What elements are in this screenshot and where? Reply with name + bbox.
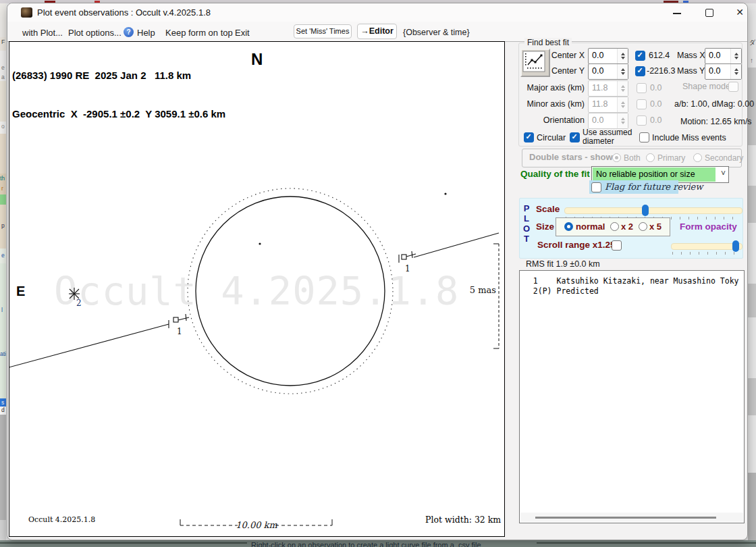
mass-x-value: 0.0 <box>709 51 720 60</box>
double-both-radio <box>612 153 621 162</box>
motion-label: Motion: 12.65 km/s <box>680 117 752 126</box>
help-glyph: ? <box>126 28 130 36</box>
size-x2-radio[interactable] <box>610 222 619 231</box>
plot-letter-o: O <box>523 224 530 234</box>
listbox-hscrollbar[interactable] <box>520 513 743 522</box>
edge-letter: ati <box>0 351 6 357</box>
size-x5-label: x 5 <box>649 222 662 232</box>
menu-plot-options[interactable]: Plot options... <box>68 28 122 38</box>
edge-letter: e <box>1 253 5 259</box>
scale-slider-thumb[interactable] <box>642 205 649 216</box>
center-y-spinner[interactable]: 0.0 <box>588 63 628 80</box>
form-opacity-slider[interactable] <box>671 243 742 250</box>
shape-model-checkbox <box>728 82 738 92</box>
minor-axis-value: 11.8 <box>592 99 608 109</box>
star-position-marker[interactable]: 2 <box>69 288 82 308</box>
mass-y-spinner[interactable]: 0.0 <box>705 63 742 80</box>
major-axis-spinner: 11.8 <box>588 80 628 97</box>
use-assumed-diameter-checkbox[interactable] <box>570 132 580 142</box>
menu-exit[interactable]: Exit <box>235 28 250 38</box>
maximize-icon <box>705 9 713 17</box>
edge-letter: th <box>0 176 5 182</box>
minor-axis-label: Minor axis (km) <box>522 99 585 109</box>
offset-y-checkbox[interactable] <box>635 66 645 76</box>
mass-y-label: Mass Y <box>677 66 705 76</box>
center-y-label: Center Y <box>547 66 585 76</box>
minor-extra-checkbox <box>637 99 647 109</box>
orientation-label: Orientation <box>522 115 585 125</box>
scale-slider[interactable] <box>564 207 742 214</box>
observer-row[interactable]: 1 Katsuhiko Kitazaki, near Musashino Tok… <box>520 276 745 286</box>
observation-chord-left[interactable]: 1 <box>9 314 189 369</box>
plot-title-line2: Geocentric X -2905.1 ±0.2 Y 3059.1 ±0.6 … <box>12 107 225 120</box>
help-icon[interactable]: ? <box>124 27 134 37</box>
north-label: N <box>251 50 263 69</box>
observer-row[interactable]: 2(P) Predicted <box>520 286 745 296</box>
close-button[interactable]: ✕ <box>728 3 751 22</box>
mas-scale-label: 5 mas <box>470 285 496 295</box>
find-best-fit-legend: Find best fit <box>524 38 572 47</box>
menu-bar: with Plot... Plot options... ? Help Keep… <box>7 22 747 42</box>
major-extra-checkbox <box>637 83 647 93</box>
spinner-arrows-icon <box>617 81 628 96</box>
listbox-hscrollbar-thumb[interactable] <box>535 517 716 519</box>
edge-letter: p <box>1 223 5 229</box>
editor-button[interactable]: →Editor <box>357 24 397 39</box>
size-x2-label: x 2 <box>621 222 633 232</box>
star-marker-label: 2 <box>76 298 82 308</box>
center-x-spinner[interactable]: 0.0 <box>588 48 628 64</box>
chart-icon <box>522 50 546 73</box>
plot-controls-panel: P L O T Scale Size normal x 2 x 5 Form o… <box>519 198 743 259</box>
mass-x-spinner[interactable]: 0.0 <box>705 48 742 64</box>
spinner-arrows-icon[interactable] <box>730 49 741 63</box>
minor-axis-spinner: 11.8 <box>588 97 628 113</box>
minimize-button[interactable] <box>666 3 688 22</box>
observation-chord-right[interactable]: 1 <box>399 233 499 274</box>
include-miss-events-checkbox[interactable] <box>639 132 649 142</box>
size-label: Size <box>536 222 554 232</box>
center-dot <box>259 242 261 244</box>
predicted-limb-dotted-circle <box>188 188 393 394</box>
edge-letter: F <box>1 39 5 45</box>
plot-area[interactable]: Occult 4.2025.1.8 1 <box>9 41 505 537</box>
edge-letter: l <box>1 307 3 313</box>
edge-letter: ↑ <box>750 57 753 64</box>
size-normal-radio[interactable] <box>564 222 573 231</box>
find-best-fit-button[interactable] <box>520 49 550 77</box>
flag-review-label: Flag for future review <box>605 182 703 192</box>
major-axis-value: 11.8 <box>592 83 608 93</box>
window-title: Plot event observations : Occult v.4.202… <box>37 7 211 18</box>
title-bar[interactable]: Plot event observations : Occult v.4.202… <box>7 3 747 22</box>
double-stars-group: Double stars - show Both Primary Seconda… <box>522 149 742 167</box>
spinner-arrows-icon[interactable] <box>730 64 741 79</box>
plot-header: (26833) 1990 RE 2025 Jan 2 11.8 km Geoce… <box>12 43 225 146</box>
reference-dot <box>444 192 446 194</box>
plot-vertical-label: P L O T <box>523 203 530 244</box>
menu-help[interactable]: Help <box>137 28 155 38</box>
spinner-arrows-icon[interactable] <box>617 64 628 79</box>
form-opacity-slider-thumb[interactable] <box>732 240 739 252</box>
flag-review-checkbox[interactable] <box>591 182 601 192</box>
center-y-value: 0.0 <box>592 66 603 76</box>
scroll-range-checkbox[interactable] <box>612 240 622 251</box>
scroll-range-label: Scroll range x1.25 <box>537 240 616 250</box>
background-status-strip: Right-click on an observation to create … <box>0 540 756 547</box>
circular-checkbox[interactable] <box>524 132 534 142</box>
app-icon <box>21 7 32 18</box>
chord-right-label: 1 <box>405 264 410 274</box>
edge-letter: a <box>1 74 5 80</box>
spinner-arrows-icon[interactable] <box>617 49 628 63</box>
menu-with-plot[interactable]: with Plot... <box>22 28 63 38</box>
maximize-button[interactable] <box>697 3 720 22</box>
observer-listbox[interactable]: 1 Katsuhiko Kitazaki, near Musashino Tok… <box>519 270 745 523</box>
major-axis-label: Major axis (km) <box>522 83 585 93</box>
plot-width-label: Plot width: 32 km <box>425 515 494 525</box>
offset-x-checkbox[interactable] <box>635 51 645 61</box>
edge-letter: d <box>1 407 5 413</box>
menu-keep-form-on-top[interactable]: Keep form on top <box>165 28 233 38</box>
east-label: E <box>16 284 25 299</box>
rms-fit-label: RMS fit 1.9 ±0.0 km <box>526 259 600 269</box>
size-x5-radio[interactable] <box>639 222 647 231</box>
set-miss-times-button[interactable]: Set 'Miss' Times <box>294 24 352 38</box>
close-icon: ✕ <box>736 7 744 18</box>
